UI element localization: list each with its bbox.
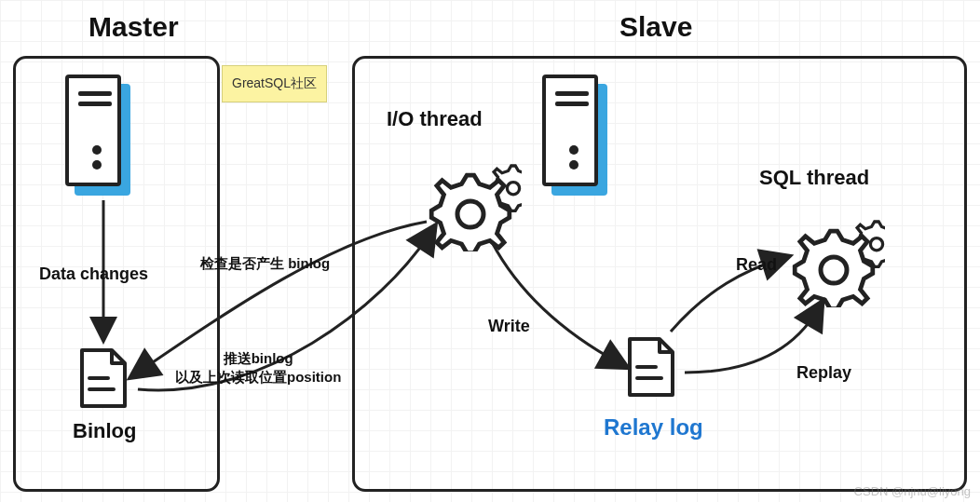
svg-point-6 [821, 257, 847, 283]
sql-thread-gears-icon [773, 196, 885, 307]
read-label: Read [736, 255, 777, 275]
relay-log-file-icon [624, 335, 678, 400]
relay-log-label: Relay log [604, 414, 703, 441]
data-changes-label: Data changes [39, 265, 148, 284]
push-binlog-annotation: 推送binlog 以及上次读取位置position [175, 349, 341, 387]
slave-server-icon [542, 75, 607, 196]
master-title: Master [88, 11, 179, 43]
replay-label: Replay [796, 363, 851, 383]
svg-point-5 [870, 238, 882, 251]
io-thread-gears-icon [410, 140, 522, 251]
binlog-file-icon [76, 346, 130, 412]
write-label: Write [488, 317, 530, 336]
greatsql-badge: GreatSQL社区 [222, 65, 327, 102]
master-server-icon [65, 75, 130, 196]
watermark: CSDN @njnu@liyong [854, 484, 971, 498]
svg-point-4 [457, 201, 483, 227]
slave-title: Slave [619, 11, 692, 43]
sql-thread-label: SQL thread [759, 166, 869, 190]
svg-point-3 [507, 183, 519, 195]
binlog-label: Binlog [73, 419, 136, 443]
check-binlog-annotation: 检查是否产生 binlog [200, 254, 330, 273]
io-thread-label: I/O thread [387, 107, 483, 131]
